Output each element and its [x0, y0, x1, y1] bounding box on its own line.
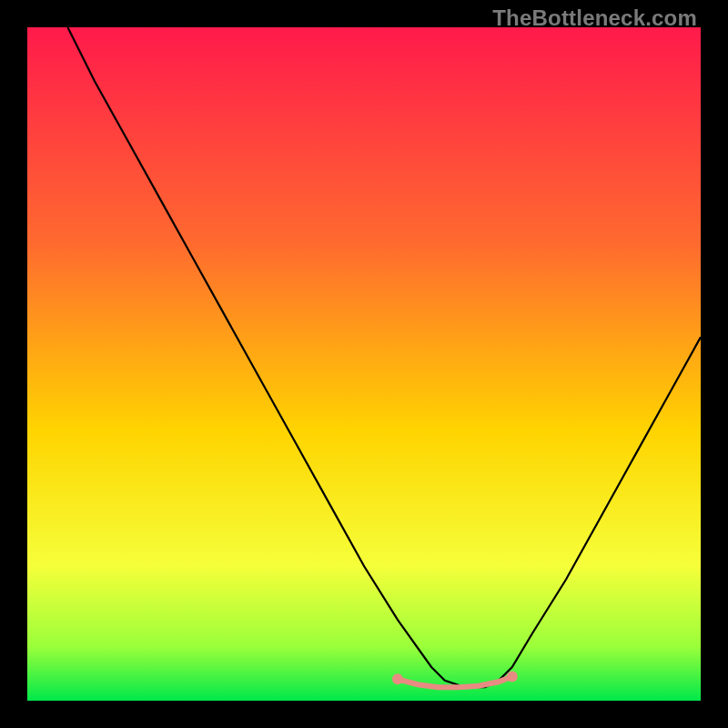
heat-gradient-background	[27, 27, 701, 701]
watermark-text: TheBottleneck.com	[492, 5, 697, 31]
chart-plot	[27, 27, 701, 701]
chart-frame	[27, 27, 701, 701]
